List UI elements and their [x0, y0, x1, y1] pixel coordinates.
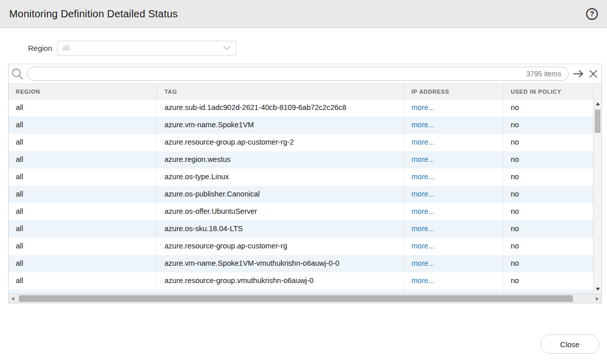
table-row[interactable]: all azure.sub-id.1adc902d-2621-40cb-8109… [9, 99, 593, 117]
table-row[interactable]: all azure.vm-name.Spoke1VM more... no [9, 117, 593, 134]
table-row[interactable]: all azure.os-type.Linux more... no [9, 169, 593, 186]
vertical-scrollbar[interactable] [593, 99, 601, 294]
cell-used-in-policy: no [504, 186, 593, 203]
ip-address-more-link[interactable]: more... [411, 173, 434, 181]
ip-address-more-link[interactable]: more... [411, 276, 434, 285]
ip-address-more-link[interactable]: more... [411, 103, 434, 111]
scroll-down-arrow-icon[interactable] [596, 288, 600, 291]
chevron-down-icon [223, 46, 231, 50]
ip-address-more-link[interactable]: more... [411, 138, 434, 146]
cell-used-in-policy: no [504, 220, 593, 238]
cell-used-in-policy: no [504, 99, 593, 117]
page-title: Monitoring Definition Detailed Status [9, 8, 586, 20]
cell-tag: azure.resource-group.ap-customer-rg [157, 238, 404, 255]
cell-used-in-policy: no [504, 255, 593, 272]
table-row[interactable]: all azure.os-publisher.Canonical more...… [9, 186, 593, 203]
cell-region: all [9, 255, 157, 272]
ip-address-more-link[interactable]: more... [411, 121, 434, 129]
items-count: 3795 items [527, 70, 561, 78]
horizontal-scrollbar-thumb[interactable] [19, 295, 573, 302]
table-row[interactable]: all azure.os-sku.18.04-LTS more... no [9, 220, 593, 238]
cell-tag: azure.region.eastus [157, 290, 404, 294]
column-header-ip-address[interactable]: IP ADDRESS [404, 84, 504, 99]
cell-tag: azure.resource-group.vmuthukrishn-o6auwj… [157, 272, 404, 290]
header-scrollbar-spacer [593, 84, 601, 99]
table-body: all azure.sub-id.1adc902d-2621-40cb-8109… [9, 99, 593, 294]
search-row: 3795 items [9, 64, 601, 83]
cell-used-in-policy: no [504, 169, 593, 186]
cell-tag: azure.sub-id.1adc902d-2621-40cb-8109-6ab… [157, 99, 404, 117]
cell-region: all [9, 151, 157, 169]
ip-address-more-link[interactable]: more... [411, 259, 434, 267]
region-filter-row: Region all [28, 40, 607, 55]
scroll-up-arrow-icon[interactable] [596, 102, 600, 105]
region-select[interactable]: all [57, 41, 236, 55]
results-panel: 3795 items REGION TAG IP ADDRESS USED IN… [8, 64, 602, 303]
cell-region: all [9, 99, 157, 117]
scroll-right-arrow-icon[interactable] [596, 297, 599, 301]
cell-region: all [9, 186, 157, 203]
ip-address-more-link[interactable]: more... [411, 190, 434, 198]
cell-used-in-policy: no [504, 290, 593, 294]
cell-region: all [9, 220, 157, 238]
scroll-left-arrow-icon[interactable] [11, 297, 14, 301]
cell-tag: azure.vm-name.Spoke1VM [157, 117, 404, 134]
column-header-tag[interactable]: TAG [157, 84, 404, 99]
column-header-used-in-policy[interactable]: USED IN POLICY [504, 84, 593, 99]
search-input-wrap: 3795 items [27, 67, 569, 81]
cell-tag: azure.os-publisher.Canonical [157, 186, 404, 203]
ip-address-more-link[interactable]: more... [411, 207, 434, 215]
cell-used-in-policy: no [504, 203, 593, 220]
cell-region: all [9, 238, 157, 255]
search-icon [11, 67, 24, 80]
table-row[interactable]: all azure.resource-group.ap-customer-rg-… [9, 134, 593, 151]
horizontal-scrollbar[interactable] [9, 294, 601, 303]
ip-address-more-link[interactable]: more... [411, 155, 434, 163]
ip-address-more-link[interactable]: more... [411, 225, 434, 233]
cell-used-in-policy: no [504, 151, 593, 169]
cell-region: all [9, 290, 157, 294]
cell-region: all [9, 134, 157, 151]
region-label: Region [28, 44, 52, 52]
cell-region: all [9, 272, 157, 290]
search-input[interactable] [35, 70, 527, 78]
table-row[interactable]: all azure.resource-group.vmuthukrishn-o6… [9, 272, 593, 290]
table-row[interactable]: all azure.resource-group.ap-customer-rg … [9, 238, 593, 255]
region-select-value: all [63, 44, 223, 52]
clear-filter-x-icon[interactable] [588, 69, 598, 79]
cell-used-in-policy: no [504, 238, 593, 255]
vertical-scrollbar-thumb[interactable] [595, 109, 600, 133]
apply-filter-arrow-icon[interactable] [572, 69, 585, 78]
cell-tag: azure.resource-group.ap-customer-rg-2 [157, 134, 404, 151]
dialog-header: Monitoring Definition Detailed Status ? [0, 0, 607, 28]
cell-tag: azure.os-type.Linux [157, 169, 404, 186]
cell-tag: azure.region.westus [157, 151, 404, 169]
cell-used-in-policy: no [504, 272, 593, 290]
cell-tag: azure.os-sku.18.04-LTS [157, 220, 404, 238]
ip-address-more-link[interactable]: more... [411, 242, 434, 250]
cell-region: all [9, 203, 157, 220]
table-row[interactable]: all azure.region.westus more... no [9, 151, 593, 169]
table-row[interactable]: all azure.vm-name.Spoke1VM-vmuthukrishn-… [9, 255, 593, 272]
cell-tag: azure.os-offer.UbuntuServer [157, 203, 404, 220]
table-body-wrap: all azure.sub-id.1adc902d-2621-40cb-8109… [9, 99, 601, 294]
table-row[interactable]: all azure.region.eastus more... no [9, 290, 593, 294]
column-header-region[interactable]: REGION [9, 84, 157, 99]
cell-region: all [9, 117, 157, 134]
cell-region: all [9, 169, 157, 186]
cell-used-in-policy: no [504, 134, 593, 151]
help-icon[interactable]: ? [586, 8, 598, 20]
table-row[interactable]: all azure.os-offer.UbuntuServer more... … [9, 203, 593, 220]
cell-tag: azure.vm-name.Spoke1VM-vmuthukrishn-o6au… [157, 255, 404, 272]
close-button[interactable]: Close [540, 334, 599, 354]
table-header-row: REGION TAG IP ADDRESS USED IN POLICY [9, 83, 601, 99]
cell-used-in-policy: no [504, 117, 593, 134]
